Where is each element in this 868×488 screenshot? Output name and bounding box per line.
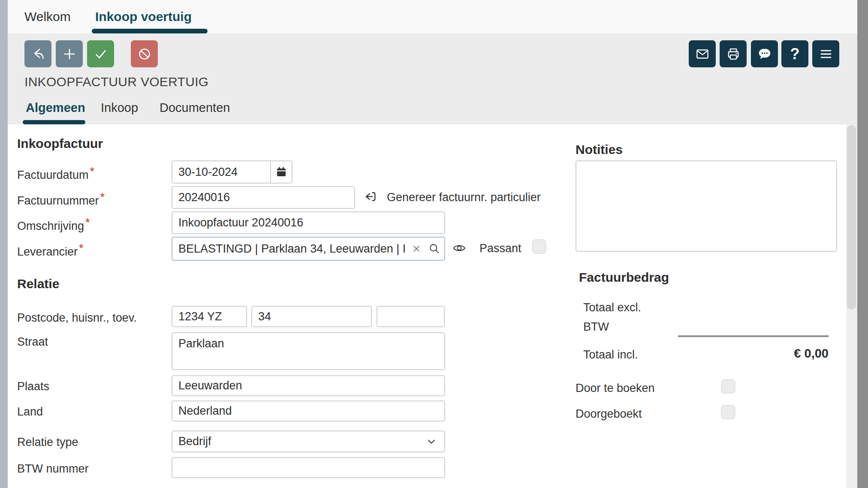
search-button[interactable] <box>425 238 444 260</box>
required-marker: * <box>85 216 90 229</box>
chevron-down-icon <box>425 436 437 448</box>
inner-vertical-scrollbar[interactable] <box>846 124 857 488</box>
print-button[interactable] <box>720 40 747 67</box>
leverancier-label-text: Leverancier <box>17 245 78 258</box>
envelope-icon <box>694 46 711 62</box>
tab-algemeen[interactable]: Algemeen <box>26 101 85 115</box>
factuurnummer-input[interactable] <box>172 186 355 209</box>
leverancier-value: BELASTINGD | Parklaan 34, Leeuwarden | I <box>172 242 408 256</box>
section-heading-notities: Notities <box>576 142 623 157</box>
relatie-type-label: Relatie type <box>17 436 78 449</box>
totaal-incl-label: Totaal incl. <box>583 348 638 361</box>
factuurdatum-field <box>172 160 292 184</box>
hamburger-icon <box>818 46 834 62</box>
block-icon <box>136 46 153 62</box>
tab-documenten[interactable]: Documenten <box>160 101 230 115</box>
genereer-label: Genereer factuurnr. particulier <box>387 191 541 204</box>
door-te-boeken-label: Door te boeken <box>576 382 655 395</box>
required-marker: * <box>100 191 105 204</box>
window-tabstrip: Welkom Inkoop voertuig <box>8 0 857 33</box>
tab-welkom[interactable]: Welkom <box>24 0 71 33</box>
genereer-factuurnr-action[interactable]: Genereer factuurnr. particulier <box>363 188 541 207</box>
view-leverancier-button[interactable] <box>449 240 469 257</box>
chat-bubble-icon <box>756 46 773 62</box>
relatie-type-value: Bedrijf <box>178 435 211 448</box>
left-window-edge <box>0 0 8 488</box>
tab-inkoop[interactable]: Inkoop <box>101 101 138 115</box>
outer-vertical-scrollbar[interactable] <box>857 0 868 488</box>
undo-icon <box>30 46 46 62</box>
toevoeging-input[interactable] <box>377 306 445 327</box>
add-button[interactable] <box>56 40 83 67</box>
leverancier-label: Leverancier* <box>17 242 84 259</box>
relatie-type-select[interactable]: Bedrijf <box>172 431 445 452</box>
generate-return-icon <box>363 189 379 205</box>
passant-label: Passant <box>479 242 521 255</box>
postcode-input[interactable] <box>172 306 247 327</box>
land-input[interactable] <box>172 401 445 422</box>
totaal-incl-value: € 0,00 <box>678 346 829 361</box>
notities-textarea[interactable] <box>576 160 837 252</box>
omschrijving-label-text: Omschrijving <box>17 220 84 232</box>
totaal-excl-btw-label: Totaal excl. BTW <box>583 298 658 337</box>
doorgeboekt-checkbox[interactable] <box>721 405 735 419</box>
section-heading-relatie: Relatie <box>17 277 59 291</box>
cancel-button[interactable] <box>131 40 158 67</box>
postcode-label: Postcode, huisnr., toev. <box>17 311 137 325</box>
required-marker: * <box>90 165 95 178</box>
email-button[interactable] <box>689 40 716 67</box>
leverancier-field[interactable]: BELASTINGD | Parklaan 34, Leeuwarden | I <box>172 237 445 261</box>
plaats-input[interactable] <box>172 375 445 396</box>
save-button[interactable] <box>87 40 114 67</box>
totals-divider <box>678 335 829 337</box>
section-heading-factuurbedrag: Factuurbedrag <box>579 270 669 285</box>
question-mark-icon: ? <box>790 45 800 63</box>
plus-icon <box>61 46 78 62</box>
section-heading-inkoopfactuur: Inkoopfactuur <box>17 136 103 151</box>
omschrijving-label: Omschrijving* <box>17 216 90 233</box>
help-button[interactable]: ? <box>781 40 808 67</box>
plaats-label: Plaats <box>17 380 49 393</box>
inner-scrollbar-thumb[interactable] <box>847 125 856 310</box>
straat-textarea[interactable]: Parklaan <box>172 332 445 370</box>
search-icon <box>428 242 441 255</box>
active-tab-underline <box>92 29 208 33</box>
factuurdatum-input[interactable] <box>172 161 270 183</box>
chat-button[interactable] <box>751 40 778 67</box>
factuurdatum-label-text: Factuurdatum <box>17 169 89 181</box>
clear-button[interactable] <box>408 238 425 260</box>
passant-checkbox[interactable] <box>532 239 546 254</box>
page-title: INKOOPFACTUUR VOERTUIG <box>24 75 208 89</box>
eye-icon <box>450 241 468 256</box>
required-marker: * <box>79 242 84 255</box>
factuurnummer-label: Factuurnummer* <box>17 191 105 208</box>
factuurnummer-label-text: Factuurnummer <box>17 194 99 207</box>
form-content: Inkoopfactuur Factuurdatum* Factuurnumme… <box>8 124 846 488</box>
doorgeboekt-label: Doorgeboekt <box>576 407 642 421</box>
menu-button[interactable] <box>812 40 839 67</box>
active-subtab-underline <box>23 120 85 124</box>
toolbar-area: ? INKOOPFACTUUR VOERTUIG Algemeen Inkoop… <box>8 33 857 124</box>
door-te-boeken-checkbox[interactable] <box>721 379 735 394</box>
datepicker-button[interactable] <box>270 161 292 183</box>
printer-icon <box>725 46 741 62</box>
huisnummer-input[interactable] <box>251 306 372 327</box>
btw-nummer-label: BTW nummer <box>17 462 89 476</box>
land-label: Land <box>17 405 43 419</box>
clear-x-icon <box>411 243 422 254</box>
factuurdatum-label: Factuurdatum* <box>17 165 94 182</box>
calendar-icon <box>275 166 288 178</box>
straat-label: Straat <box>17 335 48 349</box>
omschrijving-input[interactable] <box>172 211 445 234</box>
btw-nummer-input[interactable] <box>172 457 445 478</box>
app-window: Welkom Inkoop voertuig <box>0 0 868 488</box>
check-icon <box>93 46 109 62</box>
undo-button[interactable] <box>24 40 51 67</box>
